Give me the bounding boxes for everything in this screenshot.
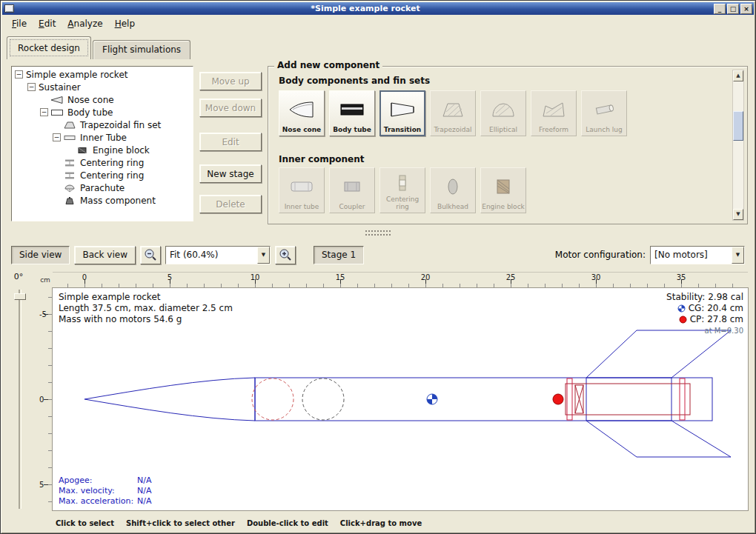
menu-analyze[interactable]: Analyze <box>62 16 108 31</box>
horizontal-splitter[interactable] <box>2 227 754 239</box>
new-stage-button[interactable]: New stage <box>199 164 262 183</box>
rocket-dimensions: Length 37.5 cm, max. diameter 2.5 cm <box>59 303 233 314</box>
cg-icon <box>677 304 686 313</box>
hint-click-drag: Click+drag to move <box>340 519 422 527</box>
window-menu-icon[interactable] <box>4 4 14 13</box>
cp-icon <box>679 316 687 324</box>
menubar: File Edit Analyze Help <box>2 15 754 33</box>
nose-cone-icon <box>50 96 67 104</box>
fin-set-icon <box>63 121 79 130</box>
ruler-x-label: 10 <box>251 273 260 281</box>
maximize-button[interactable]: □ <box>727 4 739 14</box>
collapse-icon[interactable]: − <box>53 133 61 141</box>
mach-note: at M=0.30 <box>705 325 744 336</box>
stability-value: Stability: 2.98 cal <box>666 292 743 303</box>
rotation-slider[interactable] <box>19 290 21 509</box>
scrollbar-thumb[interactable] <box>733 111 743 141</box>
tree-item-centering-ring-2[interactable]: Centering ring <box>12 169 193 181</box>
elliptical-fin-icon <box>490 93 517 126</box>
zoom-out-button[interactable] <box>140 246 161 264</box>
body-components-label: Body components and fin sets <box>279 76 430 86</box>
transition-icon <box>389 93 416 126</box>
coupler-icon <box>339 170 365 203</box>
tree-item-mass-component[interactable]: Mass component <box>12 194 193 207</box>
motor-configuration-label: Motor configuration: <box>555 250 646 260</box>
close-button[interactable]: × <box>740 4 752 14</box>
centering-ring-icon <box>63 158 79 167</box>
collapse-icon[interactable]: − <box>15 70 23 79</box>
ruler-y-label: -5 <box>39 310 47 318</box>
back-view-button[interactable]: Back view <box>74 246 136 264</box>
centering-ring-icon <box>389 170 416 196</box>
add-trapezoidal-fin-button: Trapezoidal <box>430 90 476 136</box>
ruler-y-label: 0 <box>39 396 44 404</box>
add-engine-block-button: Engine block <box>480 167 526 213</box>
engine-block-icon <box>490 170 517 203</box>
add-bulkhead-button: Bulkhead <box>430 167 476 213</box>
inner-component-label: Inner component <box>279 154 364 164</box>
add-elliptical-fin-button: Elliptical <box>480 90 526 136</box>
max-velocity-label: Max. velocity: <box>59 486 137 496</box>
rotation-slider-handle[interactable] <box>14 293 26 300</box>
titlebar[interactable]: *Simple example rocket _ □ × <box>2 2 754 15</box>
stability-info: Stability: 2.98 cal CG: 20.4 cm CP: 27.8… <box>666 292 743 336</box>
add-panel-scrollbar[interactable]: ▲ ▼ <box>732 70 744 221</box>
scroll-down-icon[interactable]: ▼ <box>733 209 743 220</box>
add-freeform-fin-button: Freeform <box>531 90 577 136</box>
body-component-buttons: Nose cone Body tube Transition Trapezoid… <box>279 90 627 136</box>
freeform-fin-icon <box>540 93 567 126</box>
rocket-mass: Mass with no motors 54.6 g <box>59 314 233 325</box>
stage-1-toggle[interactable]: Stage 1 <box>314 246 364 264</box>
tree-item-engine-block[interactable]: Engine block <box>12 144 193 156</box>
tab-flight-simulations[interactable]: Flight simulations <box>93 40 190 59</box>
add-coupler-button: Coupler <box>329 167 375 213</box>
zoom-value: Fit (60.4%) <box>166 247 257 264</box>
tree-item-parachute[interactable]: Parachute <box>12 181 193 194</box>
move-up-button: Move up <box>199 72 262 90</box>
tree-item-nose-cone[interactable]: Nose cone <box>12 93 193 106</box>
menu-file[interactable]: File <box>6 16 33 31</box>
tree-item-body-tube[interactable]: − Body tube <box>12 106 193 119</box>
body-tube-icon <box>50 108 67 117</box>
rocket-canvas[interactable]: Simple example rocket Length 37.5 cm, ma… <box>53 288 748 510</box>
menu-help[interactable]: Help <box>109 16 141 31</box>
trapezoidal-fin-icon <box>440 93 466 126</box>
side-view-button[interactable]: Side view <box>11 246 70 264</box>
add-component-title: Add new component <box>274 60 382 70</box>
tree-item-inner-tube[interactable]: − Inner Tube <box>12 131 193 144</box>
add-nose-cone-button[interactable]: Nose cone <box>279 90 325 136</box>
tree-item-sustainer[interactable]: − Sustainer <box>12 81 193 93</box>
zoom-select[interactable]: Fit (60.4%) ▼ <box>165 246 271 264</box>
ruler-x-label: 35 <box>677 273 686 281</box>
tab-rocket-design-label: Rocket design <box>18 43 80 53</box>
menu-edit[interactable]: Edit <box>33 16 62 31</box>
window-controls: _ □ × <box>714 4 752 14</box>
tree-item-trapezoidal-fin-set[interactable]: Trapezoidal fin set <box>12 119 193 131</box>
chevron-down-icon[interactable]: ▼ <box>732 247 744 264</box>
ruler-x-label: 30 <box>591 273 601 281</box>
zoom-in-button[interactable] <box>275 246 296 264</box>
minimize-button[interactable]: _ <box>714 4 726 14</box>
tab-rocket-design[interactable]: Rocket design <box>7 36 91 59</box>
collapse-icon[interactable]: − <box>40 108 48 116</box>
component-tree[interactable]: − Simple example rocket − Sustainer Nose… <box>11 66 193 221</box>
engine-block-icon <box>76 146 92 155</box>
tree-item-centering-ring-1[interactable]: Centering ring <box>12 156 193 169</box>
motor-configuration-select[interactable]: [No motors] ▼ <box>650 246 745 264</box>
add-centering-ring-button: Centering ring <box>379 167 425 213</box>
chevron-down-icon[interactable]: ▼ <box>257 247 270 264</box>
add-body-tube-button[interactable]: Body tube <box>329 90 375 136</box>
tree-item-root[interactable]: − Simple example rocket <box>12 68 193 81</box>
add-transition-button[interactable]: Transition <box>379 90 425 136</box>
ruler-x-label: 5 <box>168 273 172 281</box>
collapse-icon[interactable]: − <box>27 83 36 91</box>
ruler-x-label: 25 <box>506 273 516 281</box>
nose-cone-icon <box>288 93 315 126</box>
splitter-grip-icon <box>365 230 391 236</box>
delete-button: Delete <box>199 195 262 213</box>
scroll-up-icon[interactable]: ▲ <box>733 70 743 81</box>
rotation-value: 0° <box>8 272 29 281</box>
ruler-unit-label: cm <box>38 272 53 288</box>
hint-double-click: Double-click to edit <box>247 519 328 527</box>
tabstrip: Rocket design Flight simulations <box>7 35 192 59</box>
